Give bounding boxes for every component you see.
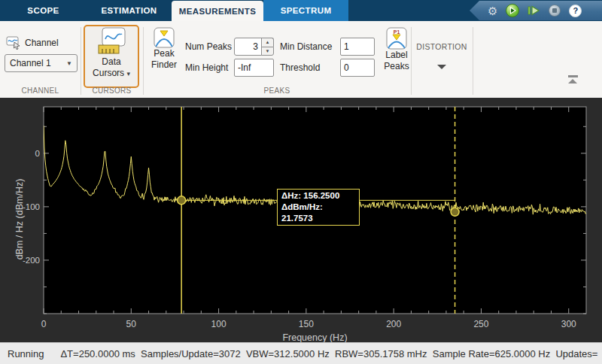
channel-dropdown[interactable]: Channel 1 ▼ bbox=[5, 54, 78, 72]
threshold-input[interactable] bbox=[340, 59, 375, 77]
x-tick-label: 50 bbox=[126, 319, 137, 329]
peak-finder-label-line2: Finder bbox=[151, 59, 177, 71]
section-separator bbox=[473, 27, 473, 95]
x-tick-label: 250 bbox=[473, 319, 488, 329]
label-peaks-label-line2: Peaks bbox=[384, 61, 409, 72]
peak-finder-label-line1: Peak bbox=[154, 48, 174, 59]
chevron-down-icon bbox=[437, 65, 446, 69]
section-separator bbox=[411, 27, 412, 95]
y-axis-label: dBm / Hz (dBm/Hz) bbox=[14, 179, 25, 260]
tab-spectrum[interactable]: SPECTRUM bbox=[263, 0, 348, 21]
tab-estimation[interactable]: ESTIMATION bbox=[87, 0, 172, 21]
label-peaks-icon: P1 bbox=[386, 27, 407, 50]
x-tick-label: 300 bbox=[561, 319, 576, 329]
measurements-ribbon: Channel Channel 1 ▼ CHANNEL Data Cursors… bbox=[0, 21, 602, 98]
peak-finder-icon bbox=[154, 27, 175, 48]
channel-label: Channel bbox=[25, 38, 59, 48]
cursor-delta-readout[interactable]: ΔHz: 156.2500 ΔdBm/Hz: 21.7573 bbox=[277, 189, 360, 226]
status-state: Running bbox=[8, 348, 44, 359]
help-button[interactable]: ? bbox=[569, 5, 582, 17]
channel-selector[interactable]: Channel bbox=[6, 36, 59, 50]
stop-icon bbox=[552, 8, 557, 13]
delta-hz-value: ΔHz: 156.2500 bbox=[281, 190, 355, 202]
num-peaks-input[interactable] bbox=[234, 38, 262, 56]
spectrum-analyzer-window: SCOPE ESTIMATION MEASUREMENTS SPECTRUM ⚙… bbox=[0, 0, 602, 364]
spinner-down-button[interactable]: ▼ bbox=[261, 47, 274, 56]
channel-section-label: CHANNEL bbox=[0, 86, 81, 95]
run-button[interactable] bbox=[506, 4, 519, 17]
label-peaks-label-line1: Label bbox=[385, 50, 407, 61]
min-height-input[interactable] bbox=[234, 59, 274, 77]
rerun-settings-icon[interactable]: ⚙ bbox=[488, 5, 497, 17]
simulation-toolbar: ⚙ ? bbox=[470, 1, 602, 20]
x-tick-label: 0 bbox=[41, 319, 47, 329]
cursor-marker-1[interactable] bbox=[178, 196, 186, 205]
cursor-marker-2[interactable] bbox=[451, 208, 459, 216]
play-icon bbox=[508, 6, 517, 15]
section-separator bbox=[143, 27, 144, 95]
min-distance-label: Min Distance bbox=[280, 41, 332, 52]
x-axis-label: Frequency (Hz) bbox=[282, 332, 347, 342]
spectrum-plot-area: 0501001502002503000-100-200Frequency (Hz… bbox=[0, 98, 602, 342]
peak-finder-button[interactable]: Peak Finder bbox=[146, 27, 182, 71]
cursors-section-label: CURSORS bbox=[81, 86, 143, 95]
x-tick-label: 150 bbox=[299, 319, 314, 329]
x-tick-label: 100 bbox=[211, 319, 227, 329]
collapse-ribbon-button[interactable] bbox=[567, 75, 578, 83]
data-cursors-button[interactable]: Data Cursors ▾ bbox=[84, 25, 139, 88]
tab-measurements[interactable]: MEASUREMENTS bbox=[172, 1, 263, 22]
step-forward-button[interactable] bbox=[528, 5, 540, 16]
x-tick-label: 200 bbox=[386, 319, 401, 329]
delta-dbm-value: ΔdBm/Hz: 21.7573 bbox=[281, 202, 355, 224]
channel-icon bbox=[6, 36, 21, 50]
status-metrics: ΔT=250.0000 ms Samples/Update=3072 VBW=3… bbox=[60, 348, 597, 359]
data-cursors-label-line2: Cursors ▾ bbox=[93, 68, 130, 80]
num-peaks-spinner: ▲ ▼ bbox=[261, 38, 274, 56]
spinner-up-button[interactable]: ▲ bbox=[261, 38, 274, 47]
step-forward-icon bbox=[528, 5, 540, 16]
tab-scope[interactable]: SCOPE bbox=[0, 0, 87, 21]
label-peaks-button[interactable]: P1 Label Peaks bbox=[379, 27, 414, 72]
toolstrip-tabbar: SCOPE ESTIMATION MEASUREMENTS SPECTRUM ⚙… bbox=[0, 0, 602, 21]
y-tick-label: 0 bbox=[35, 149, 40, 158]
svg-text:P1: P1 bbox=[394, 29, 400, 35]
distortion-dropdown-button[interactable]: DISTORTION bbox=[412, 35, 471, 89]
collapse-ribbon-icon bbox=[568, 79, 577, 83]
num-peaks-label: Num Peaks bbox=[185, 41, 232, 52]
distortion-section-label: DISTORTION bbox=[416, 42, 467, 51]
chevron-down-icon: ▾ bbox=[126, 70, 130, 77]
y-tick-label: -100 bbox=[23, 202, 40, 211]
channel-dropdown-value: Channel 1 bbox=[10, 58, 51, 68]
section-separator bbox=[81, 27, 81, 95]
data-cursors-icon bbox=[94, 26, 129, 56]
threshold-label: Threshold bbox=[280, 62, 320, 73]
status-bar: Running ΔT=250.0000 ms Samples/Update=30… bbox=[0, 342, 602, 364]
data-cursors-label-line1: Data bbox=[102, 56, 120, 68]
collapse-ribbon-icon bbox=[568, 75, 578, 77]
peaks-section-label: PEAKS bbox=[143, 86, 411, 95]
min-distance-input[interactable] bbox=[340, 38, 375, 56]
min-height-label: Min Height bbox=[185, 62, 228, 73]
stop-button[interactable] bbox=[549, 5, 561, 17]
y-tick-label: -200 bbox=[23, 256, 40, 265]
chevron-down-icon: ▼ bbox=[66, 60, 72, 67]
